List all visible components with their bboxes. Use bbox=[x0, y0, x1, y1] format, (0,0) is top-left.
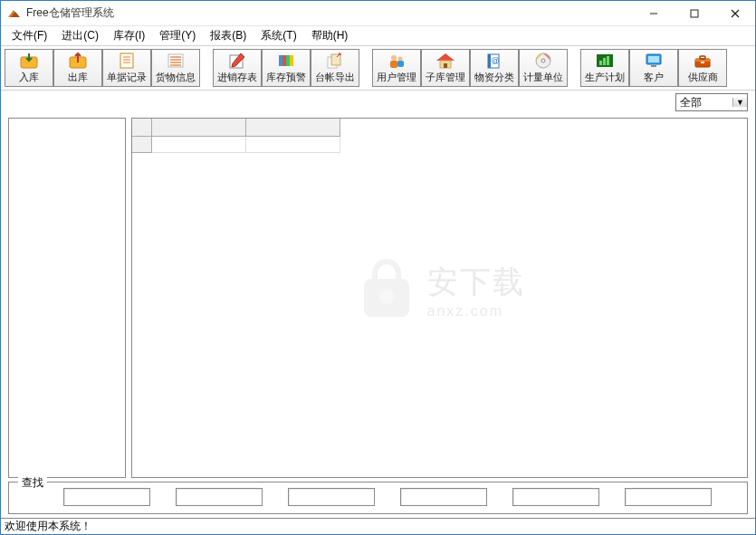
toolbar-sub-label: 子库管理 bbox=[426, 71, 465, 84]
menu-manage[interactable]: 管理(Y) bbox=[152, 26, 203, 45]
titlebar: Free仓储管理系统 bbox=[1, 1, 755, 26]
search-field-5[interactable] bbox=[512, 488, 599, 506]
toolbar-sub-button[interactable]: 子库管理 bbox=[421, 49, 470, 87]
menu-file[interactable]: 文件(F) bbox=[5, 26, 54, 45]
toolbar-category-button[interactable]: @ 物资分类 bbox=[470, 49, 519, 87]
search-field-3[interactable] bbox=[288, 488, 375, 506]
menu-report[interactable]: 报表(B) bbox=[203, 26, 254, 45]
watermark: 安下载 anxz.com bbox=[355, 259, 525, 322]
users-icon bbox=[386, 52, 407, 70]
toolbar-customer-label: 客户 bbox=[644, 71, 664, 84]
grid-row[interactable] bbox=[132, 137, 747, 153]
app-icon bbox=[6, 6, 21, 21]
toolbar-user-button[interactable]: 用户管理 bbox=[372, 49, 421, 87]
toolbar-goods-label: 货物信息 bbox=[156, 71, 196, 84]
search-field-1[interactable] bbox=[63, 488, 150, 506]
svg-rect-42 bbox=[651, 65, 656, 67]
statusbar: 欢迎使用本系统！ bbox=[1, 518, 755, 534]
house-icon bbox=[435, 52, 456, 70]
svg-rect-37 bbox=[599, 61, 602, 65]
toolbar-records-label: 单据记录 bbox=[107, 71, 147, 84]
content-area: 安下载 anxz.com bbox=[1, 114, 755, 480]
search-field-6[interactable] bbox=[625, 488, 712, 506]
svg-point-24 bbox=[391, 55, 397, 61]
search-groupbox: 查找 bbox=[8, 482, 748, 514]
toolbar-supplier-button[interactable]: 供应商 bbox=[678, 49, 727, 87]
svg-rect-47 bbox=[364, 279, 409, 317]
svg-rect-25 bbox=[390, 61, 397, 68]
toolbar-export-button[interactable]: 台帐导出 bbox=[311, 49, 359, 87]
svg-rect-3 bbox=[691, 10, 698, 17]
svg-rect-30 bbox=[444, 63, 447, 68]
toolbar-customer-button[interactable]: 客户 bbox=[629, 49, 678, 87]
tree-panel[interactable] bbox=[8, 118, 126, 478]
edit-note-icon bbox=[226, 52, 248, 70]
toolbar-records-button[interactable]: 单据记录 bbox=[102, 49, 151, 87]
svg-rect-46 bbox=[701, 62, 704, 63]
toolbar-goods-button[interactable]: 货物信息 bbox=[151, 49, 200, 87]
toolbar-in-button[interactable]: 入库 bbox=[5, 49, 53, 87]
export-pages-icon bbox=[324, 52, 346, 70]
toolbar-unit-button[interactable]: 计量单位 bbox=[519, 49, 568, 87]
svg-rect-27 bbox=[397, 61, 404, 67]
svg-rect-18 bbox=[279, 55, 282, 66]
grid-header-cell[interactable] bbox=[152, 119, 246, 137]
svg-rect-38 bbox=[603, 58, 606, 65]
grid-header bbox=[132, 119, 747, 137]
grid-panel[interactable]: 安下载 anxz.com bbox=[131, 118, 748, 478]
toolbar-supplier-label: 供应商 bbox=[688, 71, 718, 84]
inbox-out-icon bbox=[67, 52, 89, 70]
maximize-button[interactable] bbox=[674, 1, 714, 26]
grid-header-cell[interactable] bbox=[132, 119, 152, 137]
svg-text:@: @ bbox=[491, 56, 499, 65]
minimize-button[interactable] bbox=[633, 1, 674, 26]
svg-rect-21 bbox=[290, 55, 293, 66]
watermark-en: anxz.com bbox=[427, 303, 525, 320]
svg-rect-20 bbox=[286, 55, 290, 66]
svg-rect-39 bbox=[607, 56, 609, 65]
toolbar-alert-button[interactable]: 库存预警 bbox=[262, 49, 311, 87]
toolbar-plan-label: 生产计划 bbox=[585, 71, 625, 84]
toolbox-icon bbox=[692, 52, 713, 70]
toolbar-plan-button[interactable]: 生产计划 bbox=[580, 49, 629, 87]
svg-point-48 bbox=[379, 290, 394, 304]
grid-header-cell[interactable] bbox=[246, 119, 340, 137]
menu-help[interactable]: 帮助(H) bbox=[304, 26, 356, 45]
inbox-in-icon bbox=[18, 52, 40, 70]
window-controls bbox=[633, 1, 755, 25]
document-list-icon bbox=[116, 52, 138, 70]
menubar: 文件(F) 进出(C) 库存(I) 管理(Y) 报表(B) 系统(T) 帮助(H… bbox=[1, 26, 755, 46]
toolbar-in-label: 入库 bbox=[19, 71, 39, 84]
menu-system[interactable]: 系统(T) bbox=[254, 26, 303, 45]
menu-stock[interactable]: 库存(I) bbox=[106, 26, 152, 45]
toolbar-alert-label: 库存预警 bbox=[266, 71, 306, 84]
toolbar-unit-label: 计量单位 bbox=[523, 71, 563, 84]
status-text: 欢迎使用本系统！ bbox=[5, 519, 91, 534]
monitor-icon bbox=[643, 52, 665, 70]
bar-chart-icon bbox=[594, 52, 616, 70]
svg-rect-41 bbox=[648, 56, 659, 62]
svg-rect-45 bbox=[700, 56, 705, 59]
filter-row: 全部 ▼ bbox=[1, 91, 755, 114]
svg-rect-19 bbox=[282, 55, 286, 66]
book-at-icon: @ bbox=[483, 52, 505, 70]
filter-selected-value: 全部 bbox=[680, 95, 702, 110]
toolbar-psi-button[interactable]: 进销存表 bbox=[213, 49, 262, 87]
svg-rect-23 bbox=[331, 54, 340, 65]
filter-select[interactable]: 全部 ▼ bbox=[675, 93, 748, 111]
toolbar-export-label: 台帐导出 bbox=[315, 71, 355, 84]
chevron-down-icon: ▼ bbox=[732, 98, 747, 107]
svg-point-35 bbox=[541, 59, 545, 62]
menu-inout[interactable]: 进出(C) bbox=[54, 26, 106, 45]
close-button[interactable] bbox=[714, 1, 755, 26]
color-bars-icon bbox=[275, 52, 297, 70]
toolbar-out-label: 出库 bbox=[68, 71, 88, 84]
search-field-4[interactable] bbox=[400, 488, 487, 506]
search-field-2[interactable] bbox=[176, 488, 263, 506]
window-title: Free仓储管理系统 bbox=[26, 5, 633, 21]
svg-marker-28 bbox=[436, 53, 455, 61]
toolbar-psi-label: 进销存表 bbox=[217, 71, 257, 84]
toolbar-out-button[interactable]: 出库 bbox=[53, 49, 102, 87]
toolbar: 入库 出库 单据记录 货物信息 进销存表 库存预警 台帐导出 bbox=[1, 46, 755, 91]
toolbar-category-label: 物资分类 bbox=[474, 71, 514, 84]
